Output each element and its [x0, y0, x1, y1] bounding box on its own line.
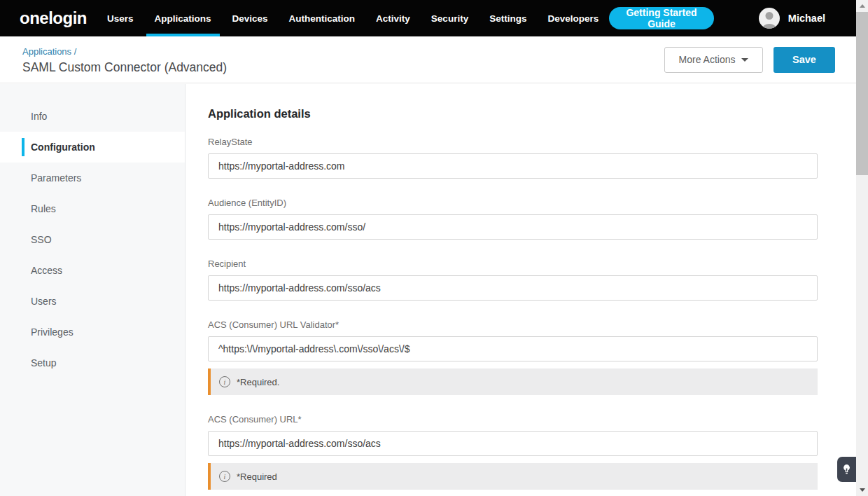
- vertical-scrollbar[interactable]: [856, 0, 868, 496]
- nav-item-users[interactable]: Users: [97, 0, 144, 36]
- section-heading: Application details: [208, 107, 818, 120]
- field-group-recipient: Recipient: [208, 259, 818, 301]
- acs-url-validator-input[interactable]: [208, 336, 818, 361]
- save-button[interactable]: Save: [774, 47, 835, 73]
- relaystate-label: RelayState: [208, 137, 818, 147]
- avatar-person-icon: [765, 12, 773, 20]
- sidebar: Info Configuration Parameters Rules SSO …: [0, 84, 186, 496]
- scrollbar-thumb[interactable]: [856, 12, 868, 175]
- info-icon: i: [219, 376, 230, 387]
- nav-item-developers[interactable]: Developers: [537, 0, 609, 36]
- sidebar-item-configuration[interactable]: Configuration: [0, 132, 185, 163]
- more-actions-button[interactable]: More Actions: [664, 47, 763, 73]
- field-group-acs-url-validator: ACS (Consumer) URL Validator* i *Require…: [208, 319, 818, 395]
- sidebar-item-users[interactable]: Users: [0, 286, 185, 317]
- avatar[interactable]: [759, 8, 780, 29]
- field-group-relaystate: RelayState: [208, 137, 818, 179]
- acs-url-input[interactable]: [208, 431, 818, 456]
- nav-item-authentication[interactable]: Authentication: [279, 0, 366, 36]
- acs-url-label: ACS (Consumer) URL*: [208, 414, 818, 425]
- sidebar-item-setup[interactable]: Setup: [0, 347, 185, 378]
- sidebar-item-parameters[interactable]: Parameters: [0, 163, 185, 193]
- required-note: i *Required.: [208, 368, 818, 395]
- breadcrumb[interactable]: Applications /: [22, 46, 227, 57]
- top-navbar: onelogin Users Applications Devices Auth…: [0, 0, 856, 36]
- sidebar-item-sso[interactable]: SSO: [0, 224, 185, 255]
- sidebar-item-privileges[interactable]: Privileges: [0, 317, 185, 347]
- user-menu[interactable]: Michael: [759, 8, 856, 29]
- sidebar-item-rules[interactable]: Rules: [0, 193, 185, 224]
- field-group-audience: Audience (EntityID): [208, 198, 818, 240]
- help-lightbulb-button[interactable]: [837, 457, 856, 482]
- field-group-acs-url: ACS (Consumer) URL* i *Required: [208, 414, 818, 490]
- recipient-input[interactable]: [208, 275, 818, 301]
- scrollbar-up-arrow[interactable]: [856, 0, 868, 12]
- scrollbar-down-arrow[interactable]: [856, 484, 868, 496]
- getting-started-guide-button[interactable]: Getting Started Guide: [609, 7, 714, 29]
- main-panel: Application details RelayState Audience …: [186, 84, 856, 496]
- nav-item-settings[interactable]: Settings: [479, 0, 537, 36]
- nav-item-activity[interactable]: Activity: [365, 0, 421, 36]
- page-titles: Applications / SAML Custom Connector (Ad…: [22, 45, 227, 75]
- more-actions-label: More Actions: [679, 54, 736, 65]
- relaystate-input[interactable]: [208, 153, 818, 179]
- required-note-text: *Required.: [237, 377, 279, 387]
- content-area: Info Configuration Parameters Rules SSO …: [0, 84, 856, 496]
- nav-item-applications[interactable]: Applications: [144, 0, 222, 36]
- sidebar-item-info[interactable]: Info: [0, 101, 185, 132]
- header-actions: More Actions Save: [664, 47, 835, 73]
- primary-nav: Users Applications Devices Authenticatio…: [97, 0, 609, 36]
- onelogin-logo[interactable]: onelogin: [20, 8, 87, 28]
- audience-label: Audience (EntityID): [208, 198, 818, 208]
- required-note-2: i *Required: [208, 463, 818, 490]
- chevron-down-icon: [741, 58, 748, 62]
- required-note-text-2: *Required: [237, 471, 277, 482]
- nav-item-security[interactable]: Security: [421, 0, 479, 36]
- page-header: Applications / SAML Custom Connector (Ad…: [0, 36, 856, 83]
- page-title: SAML Custom Connector (Advanced): [22, 60, 227, 75]
- info-icon: i: [219, 471, 230, 482]
- sidebar-item-access[interactable]: Access: [0, 255, 185, 286]
- lightbulb-icon: [842, 464, 851, 475]
- user-name: Michael: [788, 13, 825, 24]
- audience-input[interactable]: [208, 214, 818, 240]
- avatar-person-icon-body: [762, 24, 776, 29]
- acs-url-validator-label: ACS (Consumer) URL Validator*: [208, 319, 818, 330]
- recipient-label: Recipient: [208, 259, 818, 269]
- nav-item-devices[interactable]: Devices: [222, 0, 279, 36]
